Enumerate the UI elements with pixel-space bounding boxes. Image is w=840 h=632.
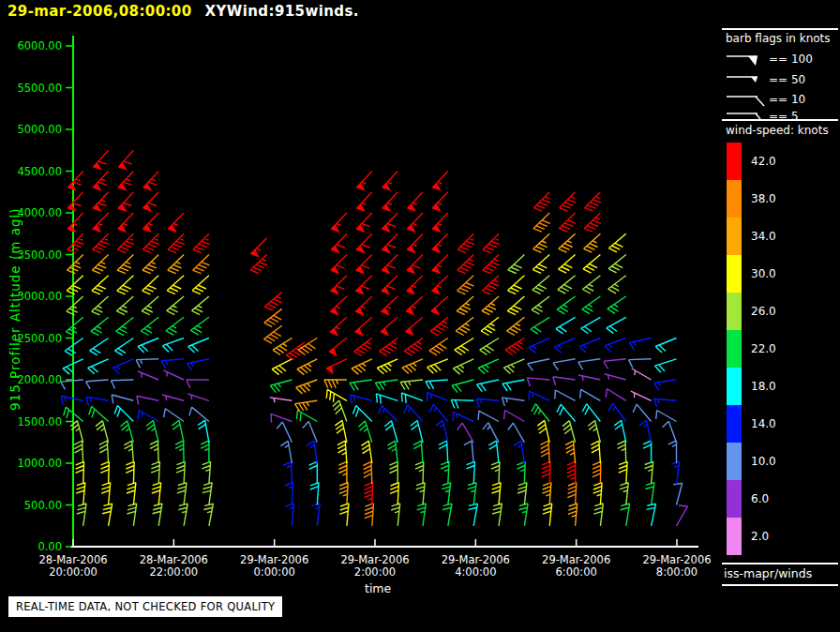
scale-value: 14.0 — [751, 405, 776, 443]
scale-swatch — [727, 143, 742, 180]
flag-row-label: == 10 — [769, 93, 805, 106]
scale-value: 18.0 — [751, 368, 776, 405]
scale-value: 10.0 — [751, 443, 776, 480]
x-tick-date: 29-Mar-2006 — [642, 553, 711, 566]
flag-row-label: == 100 — [769, 53, 813, 66]
legend-flag-row-50: == 50 — [724, 70, 805, 89]
y-tick-label: 4000.00 — [17, 206, 62, 219]
legend-footer: iss-mapr/winds — [724, 566, 812, 580]
y-tick-label: 2500.00 — [17, 332, 62, 345]
legend-flag-row-10: == 10 — [724, 90, 805, 109]
scale-entry: 34.0 — [727, 218, 837, 255]
y-tick-label: 5500.00 — [17, 82, 62, 95]
scale-entry: 10.0 — [727, 443, 837, 480]
barb-flag-50-icon — [724, 70, 767, 89]
scale-value: 26.0 — [751, 293, 776, 330]
scale-swatch — [727, 255, 742, 293]
x-tick-date: 29-Mar-2006 — [340, 553, 409, 566]
x-tick-time: 20:00:00 — [49, 565, 98, 579]
y-tick-label: 1500.00 — [17, 415, 62, 429]
x-tick-time: 6:00:00 — [555, 565, 596, 579]
x-tick-date: 29-Mar-2006 — [542, 553, 610, 566]
scale-value: 38.0 — [751, 180, 776, 218]
scale-value: 34.0 — [751, 218, 776, 255]
wind-barb-time-height-plot: 0.00500.001000.001500.002000.002500.0030… — [0, 0, 840, 632]
y-tick-label: 3500.00 — [17, 248, 62, 262]
scale-value: 6.0 — [751, 480, 769, 518]
scale-value: 2.0 — [751, 518, 769, 555]
x-tick-time: 0:00:00 — [253, 565, 294, 579]
y-tick-label: 2000.00 — [17, 373, 62, 386]
windspeed-legend-title: wind-speed: knots — [726, 124, 829, 137]
wind-barbs — [61, 150, 688, 526]
x-axis-title: time — [365, 581, 391, 595]
barb-5-icon — [724, 107, 767, 126]
legend-separator — [722, 28, 838, 30]
scale-entry: 42.0 — [727, 143, 837, 180]
x-tick-date: 29-Mar-2006 — [240, 553, 308, 566]
legend-separator — [722, 584, 838, 586]
scale-swatch — [727, 330, 742, 368]
flag-row-label: == 5 — [769, 110, 799, 123]
scale-value: 30.0 — [751, 255, 776, 293]
x-tick-time: 8:00:00 — [656, 565, 698, 579]
scale-swatch — [727, 480, 742, 518]
x-tick-time: 2:00:00 — [354, 565, 396, 579]
legend-flag-row-5: == 5 — [724, 107, 799, 126]
scale-entry: 18.0 — [727, 368, 837, 405]
y-tick-label: 5000.00 — [17, 123, 62, 136]
scale-swatch — [727, 518, 742, 555]
scale-entry: 30.0 — [727, 255, 837, 293]
scale-entry: 38.0 — [727, 180, 837, 218]
legend-panel: barb flags in knots == 100 == 50 == 10 — [720, 0, 840, 632]
legend-separator — [722, 563, 838, 564]
y-tick-label: 6000.00 — [17, 39, 62, 53]
x-tick-time: 22:00:00 — [150, 565, 199, 579]
y-tick-label: 1000.00 — [17, 457, 62, 470]
barb-10-icon — [724, 90, 767, 109]
scale-entry: 14.0 — [727, 405, 837, 443]
scale-entry: 2.0 — [727, 518, 837, 555]
scale-swatch — [727, 180, 742, 218]
scale-entry: 22.0 — [727, 330, 837, 368]
x-tick-date: 28-Mar-2006 — [38, 553, 107, 566]
scale-value: 42.0 — [751, 143, 776, 180]
barb-flag-100-icon — [724, 50, 767, 68]
scale-swatch — [727, 218, 742, 255]
barb-flags-legend-title: barb flags in knots — [726, 32, 831, 45]
y-tick-label: 3000.00 — [17, 290, 62, 303]
x-tick-time: 4:00:00 — [455, 565, 496, 579]
quality-banner: REAL-TIME DATA, NOT CHECKED FOR QUALITY — [8, 596, 282, 617]
scale-swatch — [727, 368, 742, 405]
scale-swatch — [727, 405, 742, 443]
x-tick-date: 28-Mar-2006 — [140, 553, 208, 566]
legend-flag-row-100: == 100 — [724, 50, 813, 68]
scale-entry: 26.0 — [727, 293, 837, 330]
scale-swatch — [727, 443, 742, 480]
x-tick-date: 29-Mar-2006 — [442, 553, 510, 566]
x-axis: 28-Mar-200620:00:0028-Mar-200622:00:0029… — [38, 539, 711, 579]
flag-row-label: == 50 — [769, 73, 805, 86]
scale-value: 22.0 — [751, 330, 776, 368]
y-tick-label: 0.00 — [38, 540, 62, 553]
scale-swatch — [727, 293, 742, 330]
y-axis: 0.00500.001000.001500.002000.002500.0030… — [17, 36, 73, 553]
y-tick-label: 4500.00 — [17, 165, 62, 178]
y-tick-label: 500.00 — [24, 499, 62, 512]
scale-entry: 6.0 — [727, 480, 837, 518]
